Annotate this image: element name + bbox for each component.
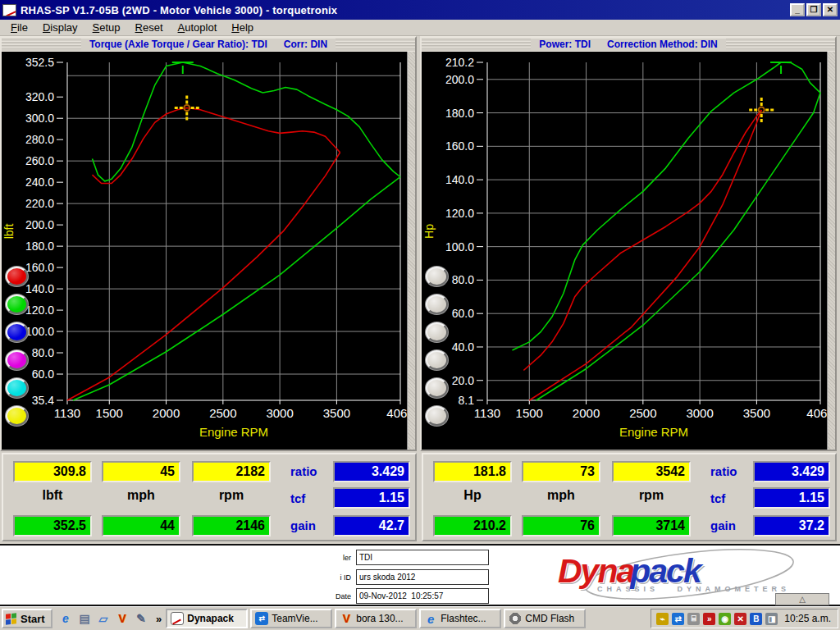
trace-color-button-yellow[interactable] xyxy=(6,406,28,426)
trace-color-button-red[interactable] xyxy=(6,267,28,286)
svg-text:Engine RPM: Engine RPM xyxy=(199,425,268,439)
svg-text:1130: 1130 xyxy=(54,406,80,420)
run-id-label: i ID xyxy=(322,573,356,582)
dongle-tray-icon[interactable]: ⌁ xyxy=(656,613,669,625)
menu-file[interactable]: File xyxy=(3,20,35,35)
task-button-dynapack[interactable]: Dynapack xyxy=(166,609,248,628)
trace-color-button-green[interactable] xyxy=(6,294,28,314)
peak-speed-value: 76 xyxy=(522,515,600,536)
svg-text:100.0: 100.0 xyxy=(25,325,54,338)
power-chart-scrollbar[interactable] xyxy=(827,52,835,450)
task-button-teamviewer[interactable]: ⇄ TeamVie... xyxy=(250,609,332,628)
document-icon[interactable]: ▱ xyxy=(96,611,111,626)
logo-tagline: CHASSIS DYNAMOMETERS xyxy=(597,585,790,593)
dynapack-logo: Dynapack CHASSIS DYNAMOMETERS xyxy=(551,547,797,601)
quick-launch-bar: e ▤ ▱ V ✎ xyxy=(55,611,152,626)
cursor-rpm-value: 2182 xyxy=(192,461,271,482)
run-name-field[interactable] xyxy=(356,550,489,565)
svg-text:280.0: 280.0 xyxy=(25,133,54,146)
calculator-icon[interactable]: ▤ xyxy=(77,611,92,626)
toolbar-overflow-chevron[interactable]: » xyxy=(154,613,163,625)
svg-text:1130: 1130 xyxy=(474,406,500,420)
menu-reset[interactable]: Reset xyxy=(128,20,171,35)
torque-plot-area[interactable]: 352.5320.0300.0280.0260.0240.0220.0200.0… xyxy=(2,52,407,450)
svg-text:lbft: lbft xyxy=(2,224,16,240)
cursor-speed-value: 73 xyxy=(522,461,600,482)
internet-explorer-icon[interactable]: e xyxy=(58,611,73,626)
svg-text:1500: 1500 xyxy=(516,406,543,420)
svg-text:1500: 1500 xyxy=(96,406,123,420)
svg-text:160.0: 160.0 xyxy=(445,139,474,153)
power-trace-color-buttons xyxy=(426,267,449,434)
date-field[interactable] xyxy=(356,588,489,604)
svg-text:20.0: 20.0 xyxy=(452,374,474,387)
peak-torque-value: 352.5 xyxy=(13,515,92,536)
svg-text:35.4: 35.4 xyxy=(32,394,54,407)
trace-color-button-cyan[interactable] xyxy=(6,378,28,398)
start-button[interactable]: Start xyxy=(2,609,52,628)
menu-help[interactable]: Help xyxy=(224,20,261,35)
trace-color-button-1[interactable] xyxy=(426,267,448,286)
nvidia-tray-icon[interactable]: ◉ xyxy=(719,613,731,625)
scroll-up-button[interactable]: △ xyxy=(775,593,829,605)
taskbar: Start e ▤ ▱ V ✎ » Dynapack ⇄ TeamVie... … xyxy=(0,606,840,630)
bluetooth-tray-icon[interactable]: B xyxy=(750,613,762,625)
svg-text:120.0: 120.0 xyxy=(25,304,54,317)
power-readout-panel: 181.8 73 3542 ratio 3.429 Hp mph rpm tcf… xyxy=(422,453,837,541)
chevrons-tray-icon[interactable]: » xyxy=(703,613,715,625)
torque-chart-panel: Torque (Axle Torque / Gear Ratio): TDI C… xyxy=(0,36,417,451)
vcds-icon[interactable]: V xyxy=(115,611,130,626)
svg-text:60.0: 60.0 xyxy=(32,368,54,381)
close-button[interactable]: ✕ xyxy=(823,3,838,16)
power-plot-area[interactable]: 210.2200.0180.0160.0140.0120.0100.080.06… xyxy=(422,52,827,450)
gain-value: 42.7 xyxy=(333,515,410,536)
run-id-field[interactable] xyxy=(356,569,489,585)
trace-color-button-4[interactable] xyxy=(426,350,448,370)
svg-text:80.0: 80.0 xyxy=(452,273,474,286)
peak-speed-value: 44 xyxy=(102,515,180,536)
trace-color-button-3[interactable] xyxy=(426,322,448,342)
gear-icon xyxy=(509,612,522,625)
cursor-rpm-value: 3542 xyxy=(612,461,691,482)
teamviewer-tray-icon[interactable]: ⇄ xyxy=(672,613,684,625)
svg-text:180.0: 180.0 xyxy=(25,240,54,253)
date-label: Date xyxy=(322,592,356,600)
network-error-tray-icon[interactable]: ✕ xyxy=(734,613,746,625)
svg-text:60.0: 60.0 xyxy=(452,307,474,320)
trace-color-button-2[interactable] xyxy=(426,294,448,314)
trace-color-button-5[interactable] xyxy=(426,378,448,398)
svg-text:100.0: 100.0 xyxy=(445,240,474,253)
restore-button[interactable]: ❐ xyxy=(806,3,821,16)
interface-tray-icon[interactable]: ⌸ xyxy=(687,613,700,625)
notepad-icon[interactable]: ✎ xyxy=(134,611,148,626)
svg-text:200.0: 200.0 xyxy=(445,73,474,86)
volume-tray-icon[interactable]: ◨ xyxy=(765,613,778,625)
menu-setup[interactable]: Setup xyxy=(85,20,128,35)
svg-text:320.0: 320.0 xyxy=(25,90,54,103)
torque-chart-scrollbar[interactable] xyxy=(407,52,415,450)
torque-unit-label: lbft xyxy=(13,488,92,503)
tcf-label: tcf xyxy=(290,491,305,505)
peak-rpm-value: 2146 xyxy=(192,515,271,536)
svg-text:120.0: 120.0 xyxy=(445,207,474,220)
teamviewer-icon: ⇄ xyxy=(255,612,268,625)
task-button-bora[interactable]: V bora 130... xyxy=(335,609,417,628)
torque-chart-svg: 352.5320.0300.0280.0260.0240.0220.0200.0… xyxy=(2,52,407,450)
torque-chart-title: Torque (Axle Torque / Gear Ratio): TDI C… xyxy=(81,39,336,51)
trace-color-button-magenta[interactable] xyxy=(6,350,28,370)
trace-color-button-blue[interactable] xyxy=(6,322,28,342)
tcf-value: 1.15 xyxy=(753,487,830,509)
menu-autoplot[interactable]: Autoplot xyxy=(171,20,225,35)
svg-text:352.5: 352.5 xyxy=(25,56,54,69)
svg-text:2500: 2500 xyxy=(629,406,656,420)
minimize-button[interactable]: _ xyxy=(790,3,805,16)
run-name-label: ler xyxy=(322,554,356,562)
speed-unit-label: mph xyxy=(522,488,600,503)
menu-display[interactable]: Display xyxy=(35,20,85,35)
task-button-flashtec[interactable]: e Flashtec... xyxy=(419,609,501,628)
ratio-value: 3.429 xyxy=(753,461,830,482)
task-button-cmdflash[interactable]: CMD Flash xyxy=(504,609,586,628)
trace-color-button-6[interactable] xyxy=(426,406,448,426)
gain-value: 37.2 xyxy=(753,515,830,536)
dynapack-app-icon xyxy=(171,612,184,625)
